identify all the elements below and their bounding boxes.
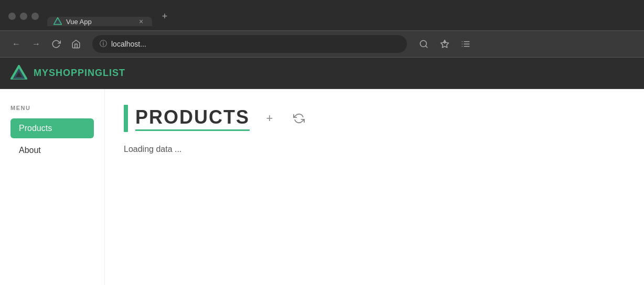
refresh-button[interactable] bbox=[289, 109, 308, 128]
browser-chrome: Vue App × + ← → ⓘ localhost... bbox=[0, 0, 644, 58]
traffic-light-maximize[interactable] bbox=[31, 13, 39, 20]
app-name-prefix: MY bbox=[34, 68, 49, 78]
page-title: PRODUCTS bbox=[135, 106, 250, 131]
home-button[interactable] bbox=[68, 36, 84, 52]
vue-logo-icon bbox=[10, 65, 27, 82]
traffic-light-minimize[interactable] bbox=[20, 13, 27, 20]
address-info-icon: ⓘ bbox=[100, 39, 107, 49]
app-name: MYSHOPPINGLIST bbox=[34, 68, 125, 79]
sidebar-item-products[interactable]: Products bbox=[10, 118, 94, 138]
tab-close-button[interactable]: × bbox=[136, 17, 146, 26]
address-url: localhost... bbox=[111, 40, 146, 48]
back-button[interactable]: ← bbox=[8, 36, 24, 52]
page-header: PRODUCTS + bbox=[124, 105, 625, 132]
traffic-lights bbox=[8, 13, 39, 20]
address-bar[interactable]: ⓘ localhost... bbox=[92, 35, 407, 53]
sidebar-item-about[interactable]: About bbox=[10, 140, 94, 160]
title-bar: Vue App × + bbox=[0, 0, 644, 30]
tab-favicon-vue bbox=[53, 17, 62, 26]
page-title-wrapper: PRODUCTS bbox=[124, 105, 250, 132]
reload-button[interactable] bbox=[48, 36, 64, 52]
sidebar: MENU Products About bbox=[0, 89, 105, 285]
bookmarks-list-button[interactable] bbox=[457, 36, 474, 52]
new-tab-button[interactable]: + bbox=[156, 8, 173, 25]
tab-title: Vue App bbox=[66, 18, 132, 26]
browser-tab-active[interactable]: Vue App × bbox=[47, 17, 152, 26]
navigation-bar: ← → ⓘ localhost... bbox=[0, 30, 644, 58]
page-title-accent-bar bbox=[124, 105, 128, 132]
add-product-button[interactable]: + bbox=[260, 109, 279, 128]
svg-line-3 bbox=[425, 46, 427, 47]
forward-button[interactable]: → bbox=[28, 36, 44, 52]
app-name-suffix: LIST bbox=[103, 68, 125, 78]
sidebar-menu-label: MENU bbox=[10, 105, 94, 111]
app-name-main: SHOPPING bbox=[49, 68, 103, 78]
bookmark-add-button[interactable] bbox=[436, 36, 453, 52]
main-content: MENU Products About PRODUCTS + Loading d… bbox=[0, 89, 644, 285]
content-area: PRODUCTS + Loading data ... bbox=[105, 89, 644, 285]
loading-text: Loading data ... bbox=[124, 145, 625, 154]
search-button[interactable] bbox=[415, 36, 432, 52]
tab-bar: Vue App × + bbox=[47, 6, 636, 26]
app-logo: MYSHOPPINGLIST bbox=[10, 65, 125, 82]
app-header: MYSHOPPINGLIST bbox=[0, 58, 644, 89]
traffic-light-close[interactable] bbox=[8, 13, 16, 20]
svg-marker-13 bbox=[12, 66, 26, 78]
